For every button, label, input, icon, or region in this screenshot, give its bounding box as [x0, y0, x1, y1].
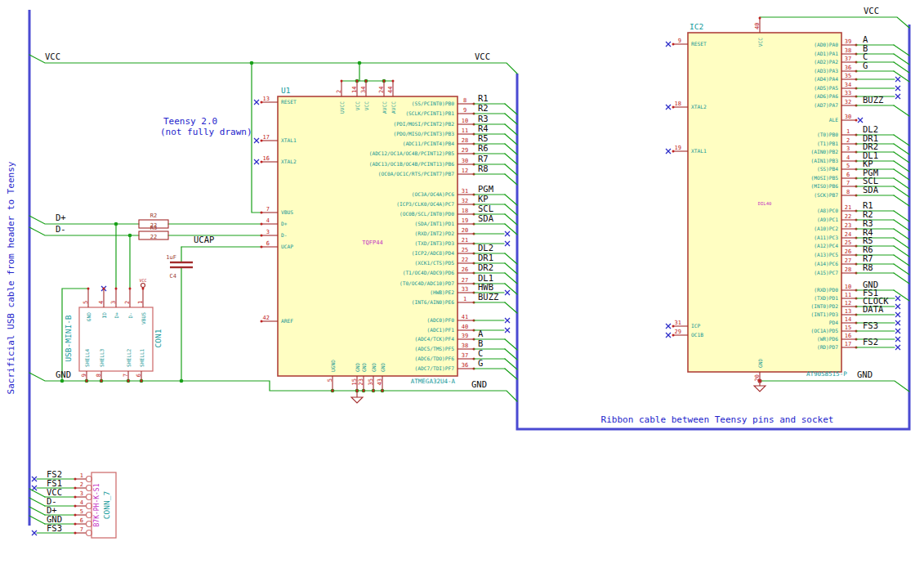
pin-name: (A15)PC7 [814, 270, 838, 275]
pin-number: 6 [80, 517, 83, 524]
net-label[interactable]: SDA [478, 213, 494, 223]
pin-name: GND [757, 359, 763, 368]
pin-tip [383, 80, 386, 83]
pin-number: 7 [80, 526, 83, 533]
net-label-dminus[interactable]: D- [56, 224, 66, 234]
pin-number: 19 [675, 145, 681, 151]
bus-entry [894, 54, 909, 65]
pin-number: 22 [845, 213, 851, 220]
net-label[interactable]: PGM [478, 184, 493, 194]
net-label[interactable]: FS3 [863, 320, 878, 330]
pin-number: 9 [463, 107, 466, 114]
bus-entry [505, 349, 517, 360]
net-label[interactable]: DR2 [478, 262, 493, 272]
net-label-ucap[interactable]: UCAP [194, 235, 214, 244]
pin-number: 38 [845, 47, 851, 54]
pin-name: (AIN1)PB3 [810, 158, 838, 163]
pin-name: (SCK)PB7 [814, 192, 838, 198]
pin-name: UGND [330, 360, 336, 372]
u1-value: ATMEGA32U4-A [411, 378, 456, 385]
net-label[interactable]: SCL [478, 204, 493, 213]
net-label[interactable]: R3 [478, 114, 489, 123]
pin-name: D- [127, 312, 133, 318]
bus-entry [894, 161, 909, 172]
pin-number: 36 [845, 65, 851, 71]
net-label[interactable]: FS2 [863, 337, 878, 347]
pin-name: D+ [281, 221, 288, 226]
net-label-gnd-ic2[interactable]: GND [857, 369, 873, 379]
net-label[interactable]: R6 [478, 143, 489, 153]
net-label-gnd-u1[interactable]: GND [471, 379, 487, 389]
pin-name: (ADC7/TDI)PF7 [415, 365, 455, 371]
pin-number: 5 [327, 378, 333, 382]
pin-name: GND [380, 363, 386, 372]
pin-name: SHELL3 [99, 348, 105, 367]
pin-number: 37 [845, 56, 851, 62]
net-label[interactable]: R7 [478, 154, 489, 163]
c4-value: 1uF [166, 254, 176, 261]
net-label[interactable]: R2 [478, 103, 489, 113]
net-label[interactable]: BUZZ [863, 95, 883, 105]
pin-name: (OC3A/OC4A)PC6 [412, 191, 454, 197]
net-label[interactable]: DL2 [478, 243, 493, 253]
pin-name: (T0/OC4D/ADC10)PD7 [400, 280, 454, 286]
net-label[interactable]: R1 [478, 93, 489, 103]
pin-name: (AD5)PA5 [814, 85, 838, 91]
pin-number: 35 [845, 73, 851, 79]
net-label[interactable]: C [478, 348, 483, 358]
net-label[interactable]: B [478, 338, 483, 348]
pin-name: VBUS [281, 209, 293, 215]
pin-name: ALE [829, 117, 838, 123]
net-label[interactable]: G [863, 60, 868, 70]
pin-name: (WR)PD6 [817, 336, 838, 342]
wire-dminus [29, 227, 139, 235]
net-label-vcc-left[interactable]: VCC [45, 51, 60, 61]
pin-name: GND [355, 363, 360, 372]
pin-tip [100, 380, 103, 383]
pin-name: AVCC [382, 101, 387, 114]
resistor-r3[interactable]: R3 22 [139, 225, 168, 240]
pin-number: 3 [110, 301, 117, 304]
pin-name: (AD6)PA6 [814, 93, 838, 99]
net-label-vcc-ic2[interactable]: VCC [864, 6, 879, 16]
pin-tip [261, 246, 263, 248]
pin-tip [672, 43, 675, 46]
pin-number: 1 [137, 301, 144, 304]
net-label[interactable]: KP [478, 194, 489, 204]
bus-entry [894, 45, 909, 56]
net-label[interactable]: R8 [863, 262, 873, 272]
pin-number: 21 [845, 204, 851, 211]
bus-entry [894, 144, 909, 154]
net-label-dplus[interactable]: D+ [56, 213, 66, 222]
pin-number: 16 [263, 155, 270, 162]
net-label[interactable]: R5 [478, 133, 489, 143]
net-label-vcc-u1[interactable]: VCC [475, 51, 490, 61]
net-label[interactable]: HWB [478, 282, 493, 292]
net-label-gnd-left[interactable]: GND [56, 369, 71, 379]
bus-entry [505, 302, 517, 313]
net-label[interactable]: DR1 [478, 253, 493, 262]
net-label[interactable]: SDA [863, 185, 879, 195]
net-label[interactable]: FS3 [47, 523, 62, 533]
net-label[interactable]: A [478, 329, 484, 338]
net-label[interactable]: G [478, 358, 483, 368]
net-label[interactable]: BUZZ [478, 292, 498, 302]
pin-number: 25 [462, 247, 468, 253]
net-label[interactable]: R8 [478, 163, 489, 173]
bus-entry [505, 204, 517, 215]
bus-entry [505, 195, 517, 205]
capacitor-c4[interactable]: 1uF C4 [166, 254, 193, 280]
wire-ic2-vcc [760, 17, 909, 28]
net-label[interactable]: DATA [863, 304, 884, 314]
pin-tip [382, 390, 384, 392]
note-usb-cable: Sacrificial USB cable from header to Tee… [6, 161, 16, 394]
bus-entry [505, 253, 517, 264]
pin-number: 19 [462, 217, 468, 224]
net-label[interactable]: R4 [478, 123, 489, 133]
bus-entry [894, 211, 909, 222]
pin-name: ICP [691, 323, 700, 329]
pin-name: (OC0A/OC1C/RTS/PCINT7)PB7 [378, 171, 454, 177]
pin-name: SHELL4 [84, 348, 90, 367]
bus-entry [505, 154, 517, 164]
pin-name: D+ [114, 312, 119, 319]
